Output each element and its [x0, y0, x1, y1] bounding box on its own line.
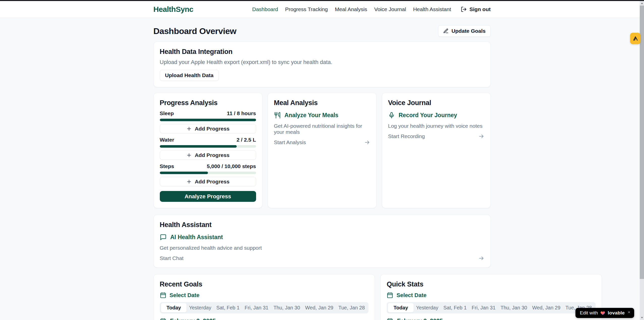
edit-with-lovable-badge[interactable]: Edit with lovable ×: [575, 308, 634, 318]
heart-icon: [600, 311, 605, 315]
sleep-label: Sleep: [160, 110, 174, 116]
update-goals-button[interactable]: Update Goals: [438, 25, 490, 37]
select-date-label: Select Date: [170, 292, 200, 299]
calendar-icon: [387, 292, 393, 299]
quick-stats-selected-date: February 3, 2025: [387, 318, 596, 320]
nav-meal-analysis[interactable]: Meal Analysis: [335, 6, 367, 12]
analyze-progress-button[interactable]: Analyze Progress: [160, 191, 256, 202]
recent-goals-selected-date: February 3, 2025: [160, 318, 369, 320]
ai-health-assistant-link[interactable]: AI Health Assistant: [160, 234, 484, 241]
quick-stats-date-tabs: Today Yesterday Sat, Feb 1 Fri, Jan 31 T…: [387, 302, 596, 313]
add-progress-label: Add Progress: [195, 152, 230, 158]
integration-title: Health Data Integration: [160, 48, 484, 56]
add-water-progress-button[interactable]: Add Progress: [160, 150, 256, 160]
progress-analysis-card: Progress Analysis Sleep 11 / 8 hours Add…: [154, 93, 262, 208]
plus-icon: [186, 179, 192, 184]
steps-progress-bar: [160, 172, 256, 174]
analyze-your-meals-link[interactable]: Analyze Your Meals: [274, 112, 370, 119]
nav-voice-journal[interactable]: Voice Journal: [374, 6, 406, 12]
tab-yesterday[interactable]: Yesterday: [414, 303, 441, 312]
tab-tue-jan-28[interactable]: Tue, Jan 28: [336, 303, 367, 312]
arrow-right-icon: [478, 133, 484, 139]
water-progress-fill: [160, 145, 237, 148]
tab-yesterday[interactable]: Yesterday: [187, 303, 214, 312]
scroll-up-button[interactable]: [640, 1, 644, 6]
scroll-up-icon: [641, 3, 643, 4]
scrollbar-thumb[interactable]: [640, 6, 644, 279]
arrow-right-icon: [478, 255, 484, 261]
nav-health-assistant[interactable]: Health Assistant: [413, 6, 451, 12]
start-chat-label: Start Chat: [160, 255, 184, 261]
tab-wed-jan-29[interactable]: Wed, Jan 29: [303, 303, 336, 312]
water-label: Water: [160, 137, 174, 143]
recent-goals-date-tabs: Today Yesterday Sat, Feb 1 Fri, Jan 31 T…: [160, 302, 369, 313]
recent-goals-select-date[interactable]: Select Date: [160, 292, 369, 299]
scroll-down-button[interactable]: [640, 315, 644, 320]
tab-wed-jan-29[interactable]: Wed, Jan 29: [530, 303, 563, 312]
add-progress-label: Add Progress: [195, 179, 230, 185]
lovable-fab-button[interactable]: [630, 33, 640, 44]
selected-date-label: February 3, 2025: [397, 318, 443, 320]
tab-sat-feb-1[interactable]: Sat, Feb 1: [214, 303, 242, 312]
quick-stats-select-date[interactable]: Select Date: [387, 292, 596, 299]
voice-journal-title: Voice Journal: [388, 99, 484, 107]
voice-journal-card: Voice Journal Record Your Journey Log yo…: [382, 93, 491, 208]
scroll-down-icon: [641, 317, 643, 318]
water-value: 2 / 2.5 L: [236, 137, 256, 143]
start-recording-link[interactable]: Start Recording: [388, 133, 484, 139]
sleep-progress-fill: [160, 119, 256, 121]
calendar-icon: [160, 318, 166, 320]
tab-sat-feb-1[interactable]: Sat, Feb 1: [441, 303, 469, 312]
page-title: Dashboard Overview: [154, 26, 236, 36]
upload-health-data-button[interactable]: Upload Health Data: [160, 70, 219, 81]
plus-icon: [186, 152, 192, 158]
selected-date-label: February 3, 2025: [170, 318, 216, 320]
select-date-label: Select Date: [396, 292, 426, 299]
arrow-right-icon: [364, 139, 370, 145]
nav-dashboard[interactable]: Dashboard: [252, 6, 278, 12]
start-recording-label: Start Recording: [388, 133, 425, 139]
health-assistant-title: Health Assistant: [160, 221, 484, 229]
water-progress-bar: [160, 145, 256, 148]
quick-stats-title: Quick Stats: [387, 280, 596, 288]
assistant-description: Get personalized health advice and suppo…: [160, 245, 484, 251]
sleep-goal-row: Sleep 11 / 8 hours: [160, 110, 256, 116]
tab-fri-jan-31[interactable]: Fri, Jan 31: [242, 303, 271, 312]
record-your-journey-link[interactable]: Record Your Journey: [388, 112, 484, 119]
plus-icon: [186, 126, 192, 132]
add-progress-label: Add Progress: [195, 126, 230, 132]
start-analysis-label: Start Analysis: [274, 139, 306, 145]
nav-progress-tracking[interactable]: Progress Tracking: [285, 6, 328, 12]
tab-fri-jan-31[interactable]: Fri, Jan 31: [469, 303, 498, 312]
vertical-scrollbar[interactable]: [640, 0, 644, 320]
window-top-strip: [0, 0, 644, 1]
chat-bubble-icon: [160, 234, 167, 241]
quick-stats-card: Quick Stats Select Date Today Yesterday …: [380, 274, 602, 320]
recent-goals-title: Recent Goals: [160, 280, 369, 288]
badge-prefix: Edit with: [580, 310, 598, 316]
tab-thu-jan-30[interactable]: Thu, Jan 30: [498, 303, 530, 312]
start-analysis-link[interactable]: Start Analysis: [274, 139, 370, 145]
steps-label: Steps: [160, 163, 174, 169]
integration-description: Upload your Apple Health export (export.…: [160, 59, 484, 66]
tab-today[interactable]: Today: [388, 303, 413, 312]
badge-brand: lovable: [608, 310, 625, 316]
log-out-icon: [461, 6, 467, 12]
tab-today[interactable]: Today: [161, 303, 187, 312]
progress-analysis-title: Progress Analysis: [160, 99, 256, 107]
lovable-a-icon: [632, 36, 638, 42]
sign-out-label: Sign out: [470, 6, 491, 12]
app-logo[interactable]: HealthSync: [154, 5, 193, 14]
add-sleep-progress-button[interactable]: Add Progress: [160, 124, 256, 133]
meal-analysis-title: Meal Analysis: [274, 99, 370, 107]
badge-close-button[interactable]: ×: [628, 310, 630, 314]
calendar-icon: [160, 292, 166, 299]
utensils-icon: [274, 112, 281, 119]
sign-out-button[interactable]: Sign out: [461, 6, 491, 12]
calendar-icon: [387, 318, 393, 320]
recent-goals-card: Recent Goals Select Date Today Yesterday…: [154, 274, 375, 320]
add-steps-progress-button[interactable]: Add Progress: [160, 177, 256, 186]
water-goal-row: Water 2 / 2.5 L: [160, 137, 256, 143]
start-chat-link[interactable]: Start Chat: [160, 255, 484, 261]
tab-thu-jan-30[interactable]: Thu, Jan 30: [271, 303, 303, 312]
